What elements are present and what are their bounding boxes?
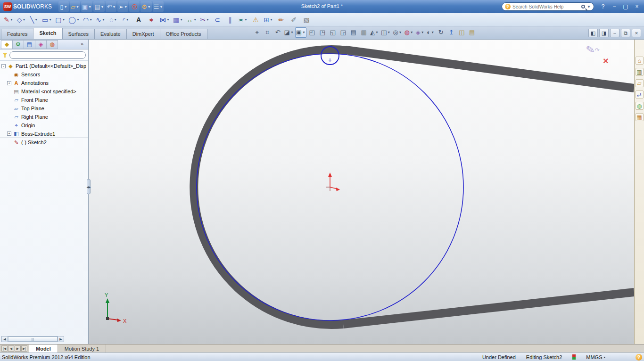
view-palette-icon[interactable]: ▤▼ [467,27,477,38]
file-explorer-icon[interactable]: ▱ [636,79,644,87]
offset-entities-icon[interactable]: ∥▼ [224,14,236,25]
apply-scene-icon[interactable]: ◈▼ [415,27,425,38]
spline-icon[interactable]: ∿▼ [95,14,106,25]
search-input[interactable] [512,4,579,9]
tree-item-front-plane[interactable]: ▱ Front Plane [0,96,88,104]
search-dropdown-caret-icon[interactable]: ▼ [587,5,591,9]
tree-item-annotations[interactable]: + A Annotations [0,79,88,87]
minimize-button[interactable]: − [609,2,619,11]
rotate-view-icon[interactable]: ↻▼ [436,27,446,38]
graphics-viewport[interactable]: Y X ✎↷ × [89,40,634,344]
repair-sketch-icon[interactable]: ⚠▼ [250,14,261,25]
undo-icon[interactable]: ↶▼ [106,1,116,12]
doc-minimize-icon[interactable]: − [610,29,619,37]
tree-item-part1[interactable]: - ◆ Part1 (Default<<Default>_Disp [0,62,88,70]
expand-box[interactable]: + [7,131,11,136]
section-view-icon[interactable]: ◪▼ [283,27,295,38]
dropdown-caret-icon[interactable]: ▼ [76,18,80,21]
dropdown-caret-icon[interactable]: ▼ [49,18,52,21]
hide-show-items-icon[interactable]: ◎▼ [392,27,403,38]
open-icon[interactable]: ▱▼ [70,1,80,12]
model-belt-arc[interactable] [194,49,347,325]
filter-funnel-icon[interactable] [2,53,8,57]
instant2d-icon[interactable]: ✐▼ [288,14,299,25]
help-search-box[interactable]: ? ▼ [502,2,594,11]
dropdown-caret-icon[interactable]: ▼ [180,18,183,21]
right-view-icon[interactable]: ◲▼ [338,27,348,38]
front-view-icon[interactable]: ◰▼ [307,27,317,38]
panel-splitter-handle[interactable]: ◀▶ [87,179,91,194]
model-belt-bottom-run[interactable] [343,292,634,324]
dropdown-caret-icon[interactable]: ▼ [244,18,248,21]
display-style-icon[interactable]: ◫▼ [380,27,391,38]
dropdown-caret-icon[interactable]: ▼ [148,5,151,8]
move-entities-icon[interactable]: ↔▼ [185,14,198,25]
tab-dimxpert[interactable]: DimXpert [126,29,160,39]
sketch-fillet-icon[interactable]: ◜▼ [120,14,132,25]
tree-item-top-plane[interactable]: ▱ Top Plane [0,104,88,113]
tree-filter-input[interactable] [9,51,86,59]
isometric-view-icon[interactable]: ◭▼ [369,27,380,38]
tab-model[interactable]: Model [29,344,58,353]
dropdown-caret-icon[interactable]: ▼ [126,18,129,21]
zoom-to-area-icon[interactable]: ⌗▼ [263,27,272,38]
dropdown-caret-icon[interactable]: ▼ [64,5,67,8]
tab-motion-study-1[interactable]: Motion Study 1 [58,345,106,353]
collapse-pane-right-icon[interactable]: ◨ [599,29,609,37]
solidworks-resources-icon[interactable]: ⌂ [636,57,644,65]
sketch-exit-icon[interactable]: ✎▼ [3,14,14,25]
help-button[interactable]: ? [598,2,608,11]
rapid-sketch-icon[interactable]: ✏▼ [275,14,287,25]
dropdown-caret-icon[interactable]: ▼ [114,18,117,21]
exit-sketch-icon[interactable]: ✎↷ [585,42,601,57]
previous-view-icon[interactable]: ↶▼ [273,27,283,38]
dropdown-caret-icon[interactable]: ▼ [89,18,92,21]
dropdown-caret-icon[interactable]: ▼ [193,18,197,21]
expand-box[interactable]: + [7,81,11,85]
trim-entities-icon[interactable]: ✂▼ [199,14,210,25]
appearances-scenes-icon[interactable]: ◍ [636,102,644,110]
zoom-to-fit-icon[interactable]: ⌖▼ [252,27,262,38]
dropdown-caret-icon[interactable]: ▼ [387,31,390,34]
line-icon[interactable]: ╲▼ [28,14,40,25]
tab-evaluate[interactable]: Evaluate [94,29,127,39]
propertymanager-tab[interactable]: ⚙ [12,40,24,49]
dropdown-caret-icon[interactable]: ▼ [76,5,79,8]
dropdown-caret-icon[interactable]: ▼ [112,5,116,8]
tab-nav-arrow-icon[interactable]: |◀ [1,345,8,352]
centerpoint-arc-icon[interactable]: ◠▼ [82,14,93,25]
dropdown-caret-icon[interactable]: ▼ [410,31,413,34]
dropdown-caret-icon[interactable]: ▼ [431,31,434,34]
corner-rectangle-icon[interactable]: ▭▼ [41,14,53,25]
dropdown-caret-icon[interactable]: ▼ [101,5,104,8]
search-icon[interactable] [581,5,585,8]
panel-horizontal-scrollbar[interactable]: ◀ ▶ [1,336,64,342]
dropdown-caret-icon[interactable]: ▼ [270,18,273,21]
dropdown-caret-icon[interactable]: ▼ [10,18,13,21]
left-view-icon[interactable]: ◱▼ [328,27,338,38]
sketch-picture-icon[interactable]: ▧▼ [301,14,312,25]
select-icon[interactable]: ➢▼ [117,1,128,12]
custom-properties-icon[interactable]: ▦ [636,113,644,121]
maximize-button[interactable]: ▢ [620,2,631,11]
dropdown-caret-icon[interactable]: ▼ [302,31,305,34]
unit-system-selector[interactable]: MMGS ▴ [586,354,605,360]
linear-sketch-pattern-icon[interactable]: ▦▼ [172,14,184,25]
panel-overflow-chevron[interactable]: » [81,41,83,47]
dropdown-caret-icon[interactable]: ▼ [206,18,209,21]
tree-item-right-plane[interactable]: ▱ Right Plane [0,113,88,121]
new-document-icon[interactable]: ▯▼ [58,1,69,12]
dropdown-caret-icon[interactable]: ▼ [421,31,424,34]
close-button[interactable]: × [632,2,642,11]
tree-item-origin[interactable]: ⌖ Origin [0,121,88,130]
mirror-entities-icon[interactable]: ⋈▼ [158,14,171,25]
print-icon[interactable]: ▤▼ [93,1,105,12]
cancel-sketch-icon[interactable]: × [603,56,609,66]
view-settings-icon[interactable]: ◐▼ [426,27,436,38]
scroll-right-arrow-icon[interactable]: ▶ [58,336,64,342]
tree-item-material[interactable]: ▤ Material <not specified> [0,87,88,96]
view-palette-icon[interactable]: ⇄ [636,90,644,98]
ellipse-icon[interactable]: ◌▼ [107,14,119,25]
view-orientation-icon[interactable]: ▣▼ [295,27,306,38]
dropdown-caret-icon[interactable]: ▼ [62,18,65,21]
